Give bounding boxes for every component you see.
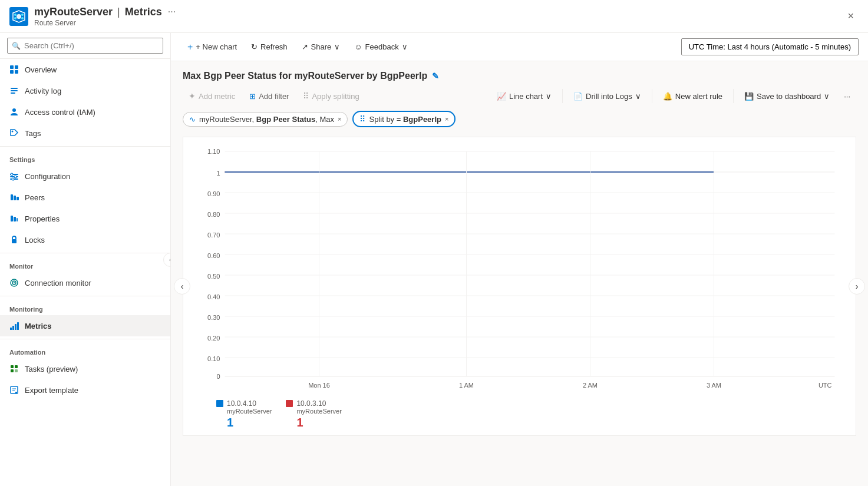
svg-text:0.30: 0.30	[207, 314, 220, 321]
legend-ip-2: 10.0.3.10	[296, 399, 326, 408]
sidebar-item-peers[interactable]: Peers	[0, 187, 170, 208]
right-toolbar: 📈 Line chart ∨ 📄 Drill into Logs ∨ 🔔 New…	[491, 89, 856, 104]
legend-ip-1: 10.0.4.10	[227, 399, 256, 408]
save-icon: 💾	[744, 92, 754, 101]
sidebar-item-locks[interactable]: Locks	[0, 229, 170, 250]
share-chevron-icon: ∨	[334, 42, 340, 51]
chart-svg: 1.10 1 0.90 0.80 0.70 0.60 0.50 0.40 0.3…	[193, 143, 846, 391]
new-chart-button[interactable]: + + New chart	[180, 38, 244, 56]
svg-rect-23	[16, 197, 19, 200]
more-options-button[interactable]: ···	[838, 89, 856, 104]
svg-text:0.80: 0.80	[207, 211, 220, 218]
title-separator: |	[117, 6, 120, 18]
toolbar-divider-3	[733, 89, 734, 103]
title-bar-left: myRouteServer | Metrics ··· Route Server	[9, 6, 179, 27]
sidebar-item-tasks[interactable]: Tasks (preview)	[0, 358, 170, 379]
chart-title-row: Max Bgp Peer Status for myRouteServer by…	[183, 71, 856, 81]
share-button[interactable]: ↗ Share ∨	[295, 39, 348, 55]
svg-text:1.10: 1.10	[207, 148, 220, 155]
svg-point-2	[14, 14, 16, 16]
line-chart-chevron: ∨	[546, 92, 552, 101]
search-icon: 🔍	[12, 42, 21, 50]
close-button[interactable]: ×	[843, 8, 859, 25]
title-ellipsis[interactable]: ···	[164, 6, 179, 17]
svg-rect-8	[10, 70, 14, 74]
save-chevron: ∨	[824, 92, 830, 101]
svg-point-13	[12, 108, 16, 112]
svg-text:0.40: 0.40	[207, 293, 220, 300]
chart-title: Max Bgp Peer Status for myRouteServer by…	[183, 71, 439, 81]
metrics-icon	[9, 321, 19, 330]
metric-tag-close-icon[interactable]: ×	[338, 115, 341, 123]
time-range-button[interactable]: UTC Time: Last 4 hours (Automatic - 5 mi…	[681, 38, 859, 55]
export-template-icon	[9, 385, 19, 395]
line-chart-icon: 📈	[497, 92, 506, 101]
feedback-button[interactable]: ☺ Feedback ∨	[347, 39, 414, 55]
locks-label: Locks	[25, 236, 45, 244]
tasks-icon	[9, 364, 19, 373]
metric-tag[interactable]: ∿ myRouteServer, Bgp Peer Status, Max ×	[183, 112, 348, 127]
add-filter-button[interactable]: ⊞ Add filter	[243, 89, 295, 104]
sidebar-item-activity-log[interactable]: Activity log	[0, 80, 170, 101]
split-tag[interactable]: ⠿ Split by = BgpPeerIp ×	[352, 111, 456, 127]
svg-point-19	[14, 176, 16, 178]
search-wrap: 🔍	[7, 38, 163, 54]
time-range-label: UTC Time: Last 4 hours (Automatic - 5 mi…	[689, 42, 851, 51]
svg-text:0.90: 0.90	[207, 190, 220, 197]
section-automation: Automation	[0, 339, 170, 358]
save-to-dashboard-button[interactable]: 💾 Save to dashboard ∨	[738, 89, 836, 104]
chart-area: Max Bgp Peer Status for myRouteServer by…	[171, 61, 868, 486]
new-chart-label: + New chart	[196, 42, 237, 51]
svg-rect-35	[11, 365, 14, 368]
svg-rect-33	[15, 324, 16, 330]
svg-rect-26	[16, 218, 18, 221]
activity-log-label: Activity log	[25, 87, 61, 95]
refresh-label: Refresh	[260, 42, 288, 51]
search-input[interactable]	[7, 38, 163, 54]
drill-into-logs-button[interactable]: 📄 Drill into Logs ∨	[567, 89, 647, 104]
alert-icon: 🔔	[663, 92, 672, 101]
app-icon	[9, 7, 28, 26]
chart-nav-left-button[interactable]: ‹	[174, 278, 190, 295]
svg-rect-25	[14, 217, 16, 221]
toolbar-divider-1	[562, 89, 563, 103]
chart-edit-icon[interactable]: ✎	[432, 71, 439, 81]
metric-tag-label: myRouteServer, Bgp Peer Status, Max	[199, 115, 334, 124]
sidebar-item-properties[interactable]: Properties	[0, 208, 170, 229]
resource-type: Route Server	[34, 19, 179, 27]
chart-nav-right-button[interactable]: ›	[849, 278, 865, 295]
svg-text:1 AM: 1 AM	[459, 382, 474, 389]
sidebar-item-export-template[interactable]: Export template	[0, 379, 170, 401]
split-tag-label: Split by = BgpPeerIp	[369, 115, 441, 124]
apply-splitting-button[interactable]: ⠿ Apply splitting	[297, 88, 365, 104]
configuration-icon	[9, 171, 19, 181]
split-tag-close-icon[interactable]: ×	[445, 115, 448, 123]
svg-rect-6	[10, 65, 14, 69]
share-icon: ↗	[302, 42, 308, 51]
sidebar-item-configuration[interactable]: Configuration	[0, 166, 170, 187]
svg-text:0.60: 0.60	[207, 252, 220, 259]
line-chart-button[interactable]: 📈 Line chart ∨	[491, 89, 557, 104]
legend-resource-2: myRouteServer	[296, 408, 341, 415]
legend-resource-1: myRouteServer	[227, 408, 272, 415]
svg-point-20	[12, 178, 14, 180]
svg-rect-9	[15, 70, 18, 74]
svg-rect-11	[11, 90, 18, 91]
svg-point-30	[14, 282, 15, 283]
legend-item-1: 10.0.4.10 myRouteServer 1	[216, 399, 272, 429]
sidebar-item-metrics[interactable]: Metrics	[0, 315, 170, 336]
overview-label: Overview	[25, 65, 57, 74]
add-metric-button[interactable]: ✦ Add metric	[183, 88, 241, 104]
refresh-button[interactable]: ↻ Refresh	[244, 39, 295, 55]
sidebar-item-tags[interactable]: Tags	[0, 123, 170, 144]
export-template-label: Export template	[25, 386, 78, 395]
sidebar-item-connection-monitor[interactable]: Connection monitor	[0, 272, 170, 293]
legend-color-2	[286, 400, 293, 407]
svg-text:2 AM: 2 AM	[583, 382, 598, 389]
resource-name: myRouteServer	[34, 6, 113, 18]
sidebar-item-access-control[interactable]: Access control (IAM)	[0, 101, 170, 123]
svg-rect-24	[11, 216, 13, 221]
new-alert-rule-button[interactable]: 🔔 New alert rule	[657, 89, 728, 104]
sidebar-item-overview[interactable]: Overview	[0, 59, 170, 80]
refresh-icon: ↻	[251, 42, 258, 51]
